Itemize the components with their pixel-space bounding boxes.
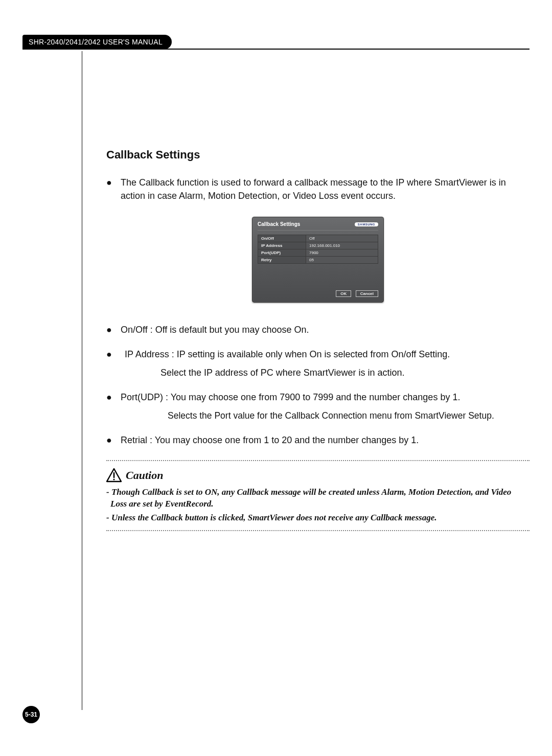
page-number-badge: 5-31 (22, 706, 40, 723)
vertical-margin-rule (82, 51, 82, 710)
caution-line-1: - Though Callback is set to ON, any Call… (106, 487, 530, 510)
ip-line2-text: Select the IP address of PC where SmartV… (106, 366, 530, 379)
ip-line1-text: IP Address : IP setting is available onl… (121, 348, 530, 361)
bullet-icon: ● (106, 176, 121, 189)
caution-top-rule (106, 460, 530, 461)
caution-label: Caution (126, 469, 163, 482)
caution-line-2: - Unless the Callback button is clicked,… (106, 512, 530, 524)
caution-icon (106, 468, 122, 483)
port-value-cell[interactable]: 7900 (306, 249, 378, 257)
section-title: Callback Settings (106, 148, 530, 162)
page-header: SHR-2040/2041/2042 USER'S MANUAL (22, 35, 530, 50)
page-content: Callback Settings ● The Callback functio… (106, 148, 530, 538)
cancel-button[interactable]: Cancel (356, 290, 378, 297)
callback-settings-dialog: Callback Settings SAMSUNG On/Off Off IP … (252, 217, 384, 303)
bullet-icon: ● (106, 323, 121, 336)
onoff-label-cell: On/Off (258, 235, 306, 242)
table-row: Retry 05 (258, 257, 378, 264)
retry-label-cell: Retry (258, 257, 306, 264)
ip-label-cell: IP Address (258, 242, 306, 249)
ok-button[interactable]: OK (336, 290, 351, 297)
bullet-icon: ● (106, 433, 121, 447)
retrial-bullet: ● Retrial : You may choose one from 1 to… (106, 433, 530, 447)
onoff-bullet: ● On/Off : Off is default but you may ch… (106, 323, 530, 336)
caution-header: Caution (106, 468, 530, 483)
table-row: Port(UDP) 7900 (258, 249, 378, 257)
intro-bullet: ● The Callback function is used to forwa… (106, 176, 530, 202)
ip-value-cell[interactable]: 192.168.001.010 (306, 242, 378, 249)
port-bullet: ● Port(UDP) : You may choose one from 79… (106, 391, 530, 422)
port-line1-text: Port(UDP) : You may choose one from 7900… (121, 391, 530, 404)
dialog-header: Callback Settings SAMSUNG (258, 221, 378, 231)
ip-bullet: ● IP Address : IP setting is available o… (106, 348, 530, 379)
dialog-title: Callback Settings (258, 221, 300, 227)
dialog-button-row: OK Cancel (258, 290, 378, 297)
table-row: IP Address 192.168.001.010 (258, 242, 378, 249)
table-row: On/Off Off (258, 235, 378, 242)
retrial-text: Retrial : You may choose one from 1 to 2… (121, 433, 530, 447)
onoff-text: On/Off : Off is default but you may choo… (121, 323, 530, 336)
bullet-icon: ● (106, 391, 121, 404)
onoff-value-cell[interactable]: Off (306, 235, 378, 242)
samsung-logo: SAMSUNG (355, 222, 378, 226)
retry-value-cell[interactable]: 05 (306, 257, 378, 264)
bullet-icon: ● (106, 348, 121, 361)
svg-point-2 (113, 478, 114, 480)
manual-title-pill: SHR-2040/2041/2042 USER'S MANUAL (22, 35, 172, 49)
dialog-settings-table: On/Off Off IP Address 192.168.001.010 Po… (258, 235, 378, 264)
intro-text: The Callback function is used to forward… (121, 176, 530, 202)
port-label-cell: Port(UDP) (258, 249, 306, 257)
port-line2-text: Selects the Port value for the Callback … (106, 409, 530, 422)
caution-bottom-rule (106, 530, 530, 531)
